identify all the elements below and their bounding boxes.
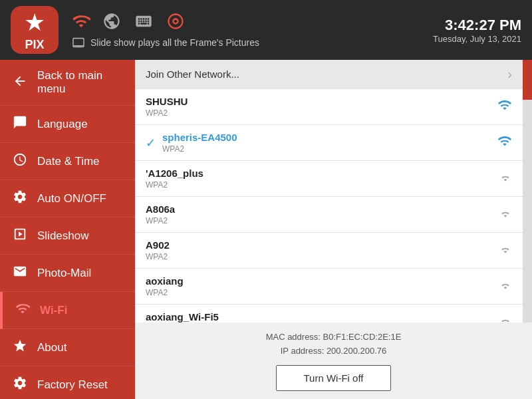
about-label: About — [37, 341, 66, 354]
wifi-signal-icon — [497, 98, 512, 115]
network-security: WPA2 — [146, 252, 170, 261]
top-icons — [72, 12, 433, 35]
factory-reset-label: Factory Reset — [37, 378, 108, 392]
network-name: 'A1206_plus — [146, 168, 203, 179]
network-item-aoxiang-wifi5[interactable]: aoxiang_Wi-Fi5 WPA2 — [135, 305, 523, 323]
wifi-topbar-icon[interactable] — [72, 12, 90, 35]
sidebar-item-photo-mail[interactable]: Photo-Mail — [0, 255, 135, 292]
network-item-a1206[interactable]: 'A1206_plus WPA2 — [135, 161, 523, 197]
network-name: A806a — [146, 203, 175, 215]
scrollbar-track[interactable] — [523, 60, 532, 323]
date-display: Tuesday, July 13, 2021 — [433, 34, 521, 44]
wifi-signal-icon — [499, 171, 512, 186]
photo-mail-label: Photo-Mail — [37, 267, 91, 280]
sidebar-item-auto-on-off[interactable]: Auto ON/OFF — [0, 180, 135, 217]
network-left: aoxiang WPA2 — [146, 275, 184, 297]
wifi-label: Wi-Fi — [40, 304, 67, 317]
wifi-signal-icon — [499, 207, 512, 222]
about-icon — [11, 338, 29, 356]
logo-star: ★ — [24, 9, 45, 37]
network-name: spheris-EA4500 — [162, 132, 237, 143]
globe-topbar-icon[interactable] — [102, 12, 121, 35]
sidebar: Back to main menu Language Date & Time — [0, 60, 135, 399]
network-item-a902[interactable]: A902 WPA2 — [135, 233, 523, 269]
wifi-signal-icon — [499, 315, 512, 323]
checkmark-icon: ✓ — [146, 136, 156, 150]
mac-ip-info: MAC address: B0:F1:EC:CD:2E:1E IP addres… — [146, 331, 521, 358]
network-left: A902 WPA2 — [146, 239, 170, 261]
scrollbar-thumb[interactable] — [523, 60, 532, 100]
network-left: 'A1206_plus WPA2 — [146, 168, 203, 190]
network-item-aoxiang[interactable]: aoxiang WPA2 — [135, 269, 523, 305]
slideshow-label: Slideshow — [37, 229, 89, 243]
top-bar: ★ PIX — [0, 0, 532, 60]
ip-address: IP address: 200.200.200.76 — [146, 344, 521, 358]
content-footer: MAC address: B0:F1:EC:CD:2E:1E IP addres… — [135, 323, 532, 399]
network-name: aoxiang — [146, 275, 184, 287]
network-item-spheris[interactable]: ✓ spheris-EA4500 WPA2 — [135, 125, 523, 161]
auto-icon — [11, 190, 29, 207]
network-name: aoxiang_Wi-Fi5 — [146, 311, 219, 323]
network-security: WPA2 — [146, 180, 203, 190]
network-item-a806a[interactable]: A806a WPA2 — [135, 197, 523, 233]
network-item-shushu[interactable]: SHUSHU WPA2 — [135, 89, 523, 125]
datetime: 3:42:27 PM Tuesday, July 13, 2021 — [433, 17, 521, 44]
main-layout: Back to main menu Language Date & Time — [0, 60, 532, 399]
network-list-container: Join Other Network... › SHUSHU WPA2 — [135, 60, 532, 323]
network-security: WPA2 — [146, 288, 184, 297]
sidebar-item-wifi[interactable]: Wi-Fi — [0, 292, 135, 329]
factory-reset-icon — [11, 376, 29, 394]
network-name: SHUSHU — [146, 96, 188, 107]
network-left: SHUSHU WPA2 — [146, 96, 188, 118]
wifi-signal-icon — [499, 279, 512, 294]
sidebar-item-date-time[interactable]: Date & Time — [0, 143, 135, 180]
time-display: 3:42:27 PM — [433, 17, 521, 34]
clock-icon — [11, 152, 29, 170]
content-area: Join Other Network... › SHUSHU WPA2 — [135, 60, 532, 399]
network-security: WPA2 — [162, 144, 237, 154]
mail-icon — [11, 264, 29, 282]
slideshow-icon — [11, 227, 29, 245]
chevron-right-icon: › — [507, 66, 512, 82]
sidebar-item-factory-reset[interactable]: Factory Reset — [0, 366, 135, 399]
logo: ★ PIX — [11, 6, 59, 54]
back-icon — [11, 74, 29, 92]
sidebar-item-about[interactable]: About — [0, 329, 135, 366]
slideshow-text: Slide show plays all the Frame's Picture… — [90, 37, 259, 48]
slideshow-notice: Slide show plays all the Frame's Picture… — [72, 37, 433, 48]
disk-topbar-icon[interactable] — [166, 12, 185, 35]
network-security: WPA2 — [146, 216, 175, 225]
auto-on-off-label: Auto ON/OFF — [37, 192, 106, 205]
language-label: Language — [37, 118, 88, 131]
network-name: A902 — [146, 239, 170, 251]
wifi-signal-icon — [499, 243, 512, 258]
date-time-label: Date & Time — [37, 155, 100, 168]
network-left: A806a WPA2 — [146, 203, 175, 225]
sidebar-item-slideshow[interactable]: Slideshow — [0, 217, 135, 255]
wifi-signal-icon — [497, 134, 512, 151]
network-list: Join Other Network... › SHUSHU WPA2 — [135, 60, 523, 323]
wifi-sidebar-icon — [13, 301, 32, 319]
join-other-network[interactable]: Join Other Network... › — [135, 60, 523, 89]
join-other-label: Join Other Network... — [146, 68, 239, 80]
sidebar-item-language[interactable]: Language — [0, 106, 135, 143]
network-left: ✓ spheris-EA4500 WPA2 — [146, 132, 237, 154]
network-security: WPA2 — [146, 108, 188, 118]
keyboard-topbar-icon[interactable] — [133, 12, 154, 35]
language-icon — [11, 115, 29, 133]
back-to-main-label: Back to main menu — [37, 69, 124, 96]
logo-text: PIX — [24, 38, 45, 52]
sidebar-item-back-to-main[interactable]: Back to main menu — [0, 60, 135, 106]
turn-wifi-off-button[interactable]: Turn Wi-Fi off — [276, 365, 390, 391]
mac-address: MAC address: B0:F1:EC:CD:2E:1E — [146, 331, 521, 344]
network-left: aoxiang_Wi-Fi5 WPA2 — [146, 311, 219, 323]
